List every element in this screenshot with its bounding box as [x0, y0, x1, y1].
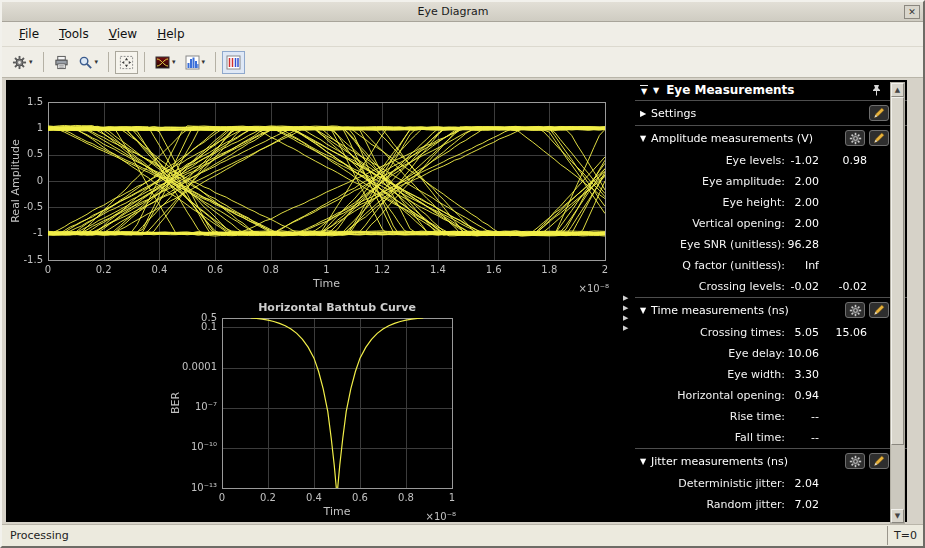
window-title: Eye Diagram: [2, 5, 904, 18]
zoom-icon: [78, 55, 93, 70]
measurement-label: Eye width:: [635, 368, 785, 381]
print-button[interactable]: [50, 51, 73, 74]
measurements-panel: ▼ ▼ Eye Measurements ✕ ▶Settings▼Amplitu…: [635, 80, 907, 522]
section-header-settings[interactable]: ▶Settings: [635, 101, 907, 125]
menu-tools-label: ools: [64, 27, 88, 41]
dropdown-arrow-icon: ▾: [172, 58, 176, 66]
title-bar[interactable]: Eye Diagram ✕: [2, 2, 923, 22]
section-settings-gear-button[interactable]: [845, 453, 865, 469]
chevron-right-icon[interactable]: ▶: [640, 109, 651, 118]
measurement-value: 96.28: [785, 238, 819, 251]
scrollbar-thumb[interactable]: [891, 97, 904, 445]
pencil-icon: [873, 304, 885, 316]
status-message: Processing: [2, 529, 887, 542]
measurement-row: Random jitter:7.02: [635, 494, 907, 515]
measurement-value-2: -0.02: [819, 280, 867, 293]
zoom-dropdown-button[interactable]: ▾: [74, 51, 103, 74]
colormap-icon: [155, 55, 170, 70]
panel-section-jitter: ▼Jitter measurements (ns)Deterministic j…: [635, 448, 907, 515]
dropdown-arrow-icon: ▾: [29, 58, 33, 66]
measurement-label: Eye SNR (unitless):: [635, 238, 785, 251]
menu-file-label: ile: [25, 27, 39, 41]
menu-view-mnemonic: V: [109, 27, 117, 41]
vertical-scrollbar[interactable]: ▲ ▼: [890, 82, 905, 524]
measurement-label: Deterministic jitter:: [635, 477, 785, 490]
collapse-all-icon[interactable]: ▼: [640, 85, 648, 96]
scroll-up-button[interactable]: ▲: [891, 83, 904, 97]
window-close-button[interactable]: ✕: [904, 5, 920, 19]
scroll-down-button[interactable]: ▼: [891, 509, 904, 523]
section-edit-pencil-button[interactable]: [869, 105, 889, 121]
section-edit-pencil-button[interactable]: [869, 453, 889, 469]
pencil-icon: [873, 107, 885, 119]
status-bar: Processing T=0: [2, 524, 923, 546]
measurement-label: Crossing times:: [635, 326, 785, 339]
measurement-row: Eye height:2.00: [635, 192, 907, 213]
gear-icon: [12, 55, 27, 70]
panel-section-time: ▼Time measurements (ns)Crossing times:5.…: [635, 297, 907, 448]
measurement-label: Horizontal opening:: [635, 389, 785, 402]
main-area: ▶ ▶ ▶ ▶ ▼ ▼ Eye Measurements ✕ ▶Settings…: [2, 78, 923, 524]
menu-help[interactable]: Help: [148, 24, 193, 44]
toolbar-separator: [43, 52, 44, 72]
eye-diagram-window: Eye Diagram ✕ File Tools View Help ▾ ▾ ▾: [0, 0, 925, 548]
measurement-row: Eye width:3.30: [635, 364, 907, 385]
measurement-value: 7.02: [785, 498, 819, 511]
gear-icon: [849, 455, 862, 468]
measurement-label: Rise time:: [635, 410, 785, 423]
measurement-row: Vertical opening:2.00: [635, 213, 907, 234]
chevron-down-icon[interactable]: ▼: [653, 86, 659, 95]
menu-bar: File Tools View Help: [2, 22, 923, 47]
measurements-icon: [226, 55, 241, 70]
measurement-value-2: 15.06: [819, 326, 867, 339]
measurement-label: Vertical opening:: [635, 217, 785, 230]
histogram-dropdown-button[interactable]: ▾: [181, 51, 210, 74]
style-colormap-button[interactable]: ▾: [151, 51, 180, 74]
measurement-label: Eye amplitude:: [635, 175, 785, 188]
arrow-right-icon[interactable]: ▶: [623, 304, 628, 312]
measurements-panel-body: ▶Settings▼Amplitude measurements (V)Eye …: [635, 101, 907, 515]
section-settings-gear-button[interactable]: [845, 130, 865, 146]
menu-file[interactable]: File: [10, 24, 48, 44]
measurement-value: -0.02: [785, 280, 819, 293]
panel-collapse-arrows[interactable]: ▶ ▶ ▶ ▶: [623, 294, 628, 332]
section-label: Settings: [651, 107, 696, 120]
measurement-row: Eye delay:10.06: [635, 343, 907, 364]
section-edit-pencil-button[interactable]: [869, 130, 889, 146]
toolbar-separator: [215, 52, 216, 72]
section-header-amplitude[interactable]: ▼Amplitude measurements (V): [635, 126, 907, 150]
arrow-right-icon[interactable]: ▶: [623, 324, 628, 332]
panel-title: Eye Measurements: [666, 83, 865, 97]
measurement-value: 2.00: [785, 217, 819, 230]
section-header-time[interactable]: ▼Time measurements (ns): [635, 298, 907, 322]
settings-dropdown-button[interactable]: ▾: [8, 51, 37, 74]
measurement-value: 0.94: [785, 389, 819, 402]
measurement-value: 2.00: [785, 175, 819, 188]
menu-tools[interactable]: Tools: [50, 24, 98, 44]
arrow-right-icon[interactable]: ▶: [623, 294, 628, 302]
measurements-panel-header[interactable]: ▼ ▼ Eye Measurements ✕: [635, 80, 907, 101]
chevron-down-icon[interactable]: ▼: [640, 306, 651, 315]
chevron-down-icon[interactable]: ▼: [640, 457, 651, 466]
measurement-label: Random jitter:: [635, 498, 785, 511]
dropdown-arrow-icon: ▾: [202, 58, 206, 66]
measurement-value: 2.04: [785, 477, 819, 490]
pin-icon[interactable]: [871, 84, 882, 96]
plot-region: ▶ ▶ ▶ ▶ ▼ ▼ Eye Measurements ✕ ▶Settings…: [6, 80, 907, 522]
section-edit-pencil-button[interactable]: [869, 302, 889, 318]
measurement-row: Fall time:--: [635, 427, 907, 448]
status-time: T=0: [887, 526, 923, 545]
menu-view[interactable]: View: [100, 24, 146, 44]
bathtub-curve-plot: [113, 302, 543, 522]
section-settings-gear-button[interactable]: [845, 302, 865, 318]
chevron-down-icon[interactable]: ▼: [640, 134, 651, 143]
printer-icon: [54, 55, 69, 70]
gear-icon: [849, 132, 862, 145]
measurement-label: Eye height:: [635, 196, 785, 209]
measurement-value: --: [785, 410, 819, 423]
eye-measurements-toggle-button[interactable]: [222, 51, 245, 74]
section-header-jitter[interactable]: ▼Jitter measurements (ns): [635, 449, 907, 473]
fit-to-view-button[interactable]: [115, 51, 138, 74]
pencil-icon: [873, 455, 885, 467]
arrow-right-icon[interactable]: ▶: [623, 314, 628, 322]
